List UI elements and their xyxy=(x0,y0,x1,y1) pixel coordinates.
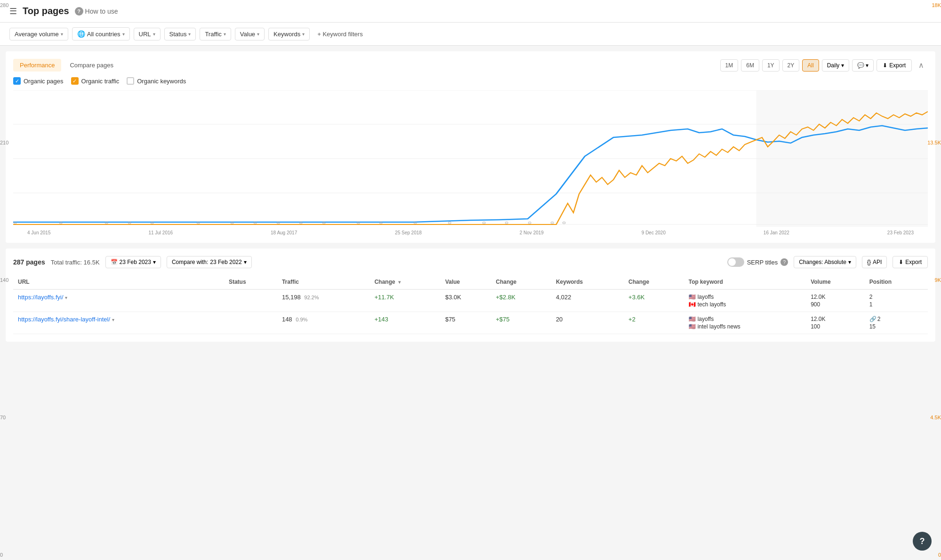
date-picker-button[interactable]: 📅 23 Feb 2023 ▾ xyxy=(105,256,161,268)
keywords-label: Keywords xyxy=(273,31,300,38)
cell-top-keyword: 🇺🇸 layoffs 🇨🇦 tech layoffs xyxy=(684,289,806,312)
legend-organic-traffic[interactable]: ✓ Organic traffic xyxy=(71,77,120,85)
svg-text:⊙: ⊙ xyxy=(59,221,63,225)
status-filter[interactable]: Status ▾ xyxy=(164,28,196,40)
organic-traffic-label: Organic traffic xyxy=(81,78,120,85)
cell-position: 🔗215 xyxy=(865,312,928,334)
cell-traffic: 15,198 92.2% xyxy=(277,289,370,312)
svg-text:⊙: ⊙ xyxy=(448,221,452,225)
url-filter[interactable]: URL ▾ xyxy=(134,28,161,40)
traffic-total-value: 16.5K xyxy=(84,259,100,266)
organic-keywords-checkbox[interactable] xyxy=(127,77,134,85)
range-all[interactable]: All xyxy=(802,59,819,72)
keyword-text: tech layoffs xyxy=(698,301,726,308)
cell-status xyxy=(224,289,277,312)
legend-organic-keywords[interactable]: Organic keywords xyxy=(127,77,186,85)
cell-volume: 12.0K900 xyxy=(806,289,864,312)
organic-traffic-checkbox[interactable]: ✓ xyxy=(71,77,79,85)
expand-icon[interactable]: ▾ xyxy=(65,295,67,300)
cell-traffic: 148 0.9% xyxy=(277,312,370,334)
range-2y[interactable]: 2Y xyxy=(782,59,800,72)
keyword-text: layoffs xyxy=(698,316,714,322)
svg-text:⊙: ⊙ xyxy=(356,221,361,225)
keyword-text: layoffs xyxy=(698,294,714,300)
add-keyword-filters[interactable]: + Keyword filters xyxy=(314,28,366,40)
svg-text:⊙: ⊙ xyxy=(276,221,281,225)
cell-keywords: 4,022 xyxy=(551,289,624,312)
flag-icon: 🇺🇸 xyxy=(689,323,696,330)
changes-dropdown[interactable]: Changes: Absolute ▾ xyxy=(794,256,856,268)
svg-text:⊙: ⊙ xyxy=(150,221,154,225)
url-link[interactable]: https://layoffs.fyi/ xyxy=(18,294,64,301)
api-button[interactable]: {} API xyxy=(862,256,887,268)
serp-titles-label: SERP titles xyxy=(747,259,778,266)
col-volume: Volume xyxy=(806,275,864,289)
download-icon: ⬇ xyxy=(899,259,903,265)
svg-text:⊙: ⊙ xyxy=(528,221,532,225)
svg-text:⊙: ⊙ xyxy=(128,221,132,225)
chart-section: Performance Compare pages 1M 6M 1Y 2Y Al… xyxy=(6,51,935,243)
toggle-knob xyxy=(728,258,736,266)
traffic-filter[interactable]: Traffic ▾ xyxy=(200,28,231,40)
svg-text:⊙: ⊙ xyxy=(299,221,303,225)
tab-performance[interactable]: Performance xyxy=(13,59,61,72)
pages-count: 287 pages xyxy=(13,258,45,266)
cell-status xyxy=(224,312,277,334)
chart-export-button[interactable]: ⬇ Export xyxy=(877,59,912,72)
comment-button[interactable]: 💬 ▾ xyxy=(852,59,874,72)
pages-table: URL Status Traffic Change ▾ Value Change… xyxy=(13,275,928,334)
globe-icon: 🌐 xyxy=(77,30,85,38)
how-to-use-link[interactable]: ? How to use xyxy=(75,7,118,16)
all-countries-filter[interactable]: 🌐 All countries ▾ xyxy=(72,27,130,40)
filters-bar: Average volume ▾ 🌐 All countries ▾ URL ▾… xyxy=(0,23,941,46)
legend-organic-pages[interactable]: ✓ Organic pages xyxy=(13,77,64,85)
granularity-label: Daily xyxy=(827,62,840,69)
help-icon: ? xyxy=(75,7,83,16)
svg-text:⊙: ⊙ xyxy=(505,221,509,225)
keywords-filter[interactable]: Keywords ▾ xyxy=(268,28,310,40)
svg-text:⊙: ⊙ xyxy=(562,221,566,225)
svg-text:⊙: ⊙ xyxy=(413,221,418,225)
svg-text:⊙: ⊙ xyxy=(230,221,234,225)
serp-titles-toggle[interactable] xyxy=(727,257,744,267)
svg-text:⊙: ⊙ xyxy=(379,221,383,225)
export-label: Export xyxy=(889,62,906,69)
table-row: https://layoffs.fyi/ ▾ 15,198 92.2% +11.… xyxy=(13,289,928,312)
how-to-use-label: How to use xyxy=(85,8,118,15)
cell-keywords: 20 xyxy=(551,312,624,334)
expand-icon[interactable]: ▾ xyxy=(112,317,114,322)
compare-value: 23 Feb 2022 xyxy=(210,259,241,265)
cell-change-traffic: +143 xyxy=(370,312,440,334)
sort-icon: ▾ xyxy=(398,280,401,285)
traffic-label: Traffic xyxy=(205,31,221,38)
cell-value: $3.0K xyxy=(441,289,491,312)
compare-label: Compare with: xyxy=(172,259,208,265)
col-change-traffic[interactable]: Change ▾ xyxy=(370,275,440,289)
svg-text:⊙: ⊙ xyxy=(322,221,326,225)
col-traffic[interactable]: Traffic xyxy=(277,275,370,289)
cell-volume: 12.0K100 xyxy=(806,312,864,334)
chart-toolbar: Performance Compare pages 1M 6M 1Y 2Y Al… xyxy=(13,59,928,72)
cell-change-keywords: +3.6K xyxy=(624,289,684,312)
table-row: https://layoffs.fyi/share-layoff-intel/ … xyxy=(13,312,928,334)
range-1y[interactable]: 1Y xyxy=(762,59,780,72)
cell-change-keywords: +2 xyxy=(624,312,684,334)
compare-date-button[interactable]: Compare with: 23 Feb 2022 ▾ xyxy=(167,256,252,268)
range-6m[interactable]: 6M xyxy=(741,59,759,72)
average-volume-filter[interactable]: Average volume ▾ xyxy=(9,28,68,40)
changes-label: Changes: Absolute xyxy=(799,259,846,265)
organic-keywords-label: Organic keywords xyxy=(137,78,186,85)
all-countries-label: All countries xyxy=(87,31,121,38)
chevron-down-icon: ▾ xyxy=(188,32,191,37)
col-top-keyword: Top keyword xyxy=(684,275,806,289)
serp-titles-toggle-group: SERP titles ? xyxy=(727,257,788,267)
granularity-dropdown[interactable]: Daily ▾ xyxy=(822,59,850,72)
cell-url: https://layoffs.fyi/share-layoff-intel/ … xyxy=(13,312,224,334)
chart-legend: ✓ Organic pages ✓ Organic traffic Organi… xyxy=(13,77,928,85)
range-1m[interactable]: 1M xyxy=(720,59,739,72)
api-label: API xyxy=(873,259,882,265)
cell-value: $75 xyxy=(441,312,491,334)
tab-compare-pages[interactable]: Compare pages xyxy=(63,59,120,72)
value-filter[interactable]: Value ▾ xyxy=(235,28,265,40)
url-link[interactable]: https://layoffs.fyi/share-layoff-intel/ xyxy=(18,316,110,323)
